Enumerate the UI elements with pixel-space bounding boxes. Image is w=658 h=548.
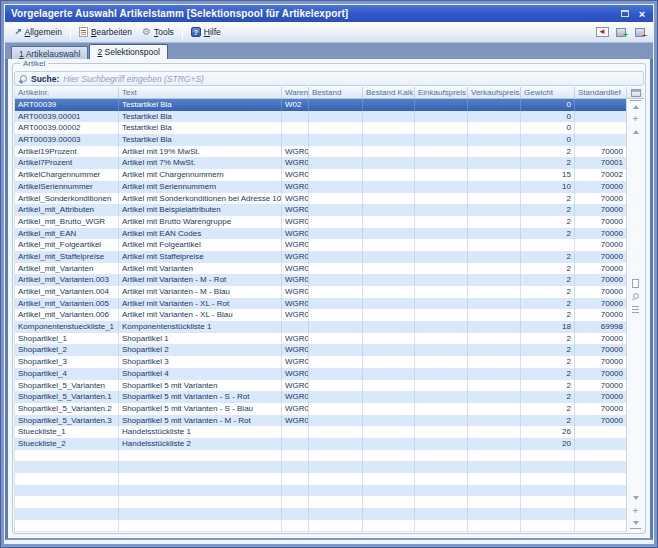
grid-header-cell[interactable]: Artikelnr. — [15, 87, 119, 98]
grid-cell: 70000 — [575, 181, 626, 193]
grid-row[interactable]: Shopartikel_5_Varianten.3Shopartikel 5 m… — [15, 415, 626, 427]
grid-row[interactable]: Shopartikel_5_VariantenShopartikel 5 mit… — [15, 380, 626, 392]
grid-row[interactable]: Stueckliste_2Handelsstückliste 220 — [15, 438, 626, 450]
grid-row[interactable]: Artikel_mit_Brutto_WGRArtikel mit Brutto… — [15, 216, 626, 228]
scroll-mid-markers — [627, 277, 644, 316]
grid-header-cell[interactable]: Standardlief — [575, 87, 626, 98]
grid-cell — [468, 274, 521, 286]
grid-row[interactable]: ART00039.00002Testartikel Bla0 — [15, 122, 626, 134]
grid-row[interactable] — [15, 531, 626, 532]
tab-selektionspool[interactable]: 2 Selektionspool — [89, 44, 167, 59]
grid-row[interactable]: Shopartikel_1Shopartikel 1WGR01270000 — [15, 333, 626, 345]
grid-cell — [363, 157, 415, 169]
grid-row[interactable]: Artikel_mit_Varianten.006Artikel mit Var… — [15, 309, 626, 321]
grid-row[interactable]: Artikel_mit_Varianten.005Artikel mit Var… — [15, 298, 626, 310]
tab-artikelauswahl[interactable]: 1 Artikelauswahl — [11, 46, 88, 59]
grid-header-cell[interactable]: Text — [119, 87, 282, 98]
grid-row[interactable]: ART00039Testartikel BlaW020 — [15, 99, 626, 111]
grid-row[interactable]: ArtikelChargennummerArtikel mit Chargenn… — [15, 169, 626, 181]
grid-header-cell[interactable]: Gewicht — [521, 87, 575, 98]
grid-row[interactable]: Shopartikel_5_Varianten.2Shopartikel 5 m… — [15, 403, 626, 415]
list-marker-icon[interactable] — [630, 304, 641, 315]
title-bar[interactable]: Vorgelagerte Auswahl Artikelstamm [Selek… — [5, 5, 653, 22]
close-button[interactable]: × — [635, 8, 649, 20]
grid-cell: WGR01 — [282, 333, 309, 345]
grid-header-cell[interactable]: Einkaufspreis — [415, 87, 468, 98]
grid-row[interactable] — [15, 450, 626, 462]
grid-header-cell[interactable]: Verkaufspreis — [468, 87, 521, 98]
grid-row[interactable]: Shopartikel_4Shopartikel 4WGR01270000 — [15, 368, 626, 380]
grid-row[interactable]: Artikel_mit_AttributenArtikel mit Beispi… — [15, 204, 626, 216]
page-marker-icon[interactable] — [630, 278, 641, 289]
grid-row[interactable] — [15, 461, 626, 473]
grid-row[interactable]: Artikel19ProzentArtikel mit 19% MwSt.WGR… — [15, 146, 626, 158]
search-bar[interactable]: Suche: — [14, 71, 644, 86]
grid-cell: 70000 — [575, 356, 626, 368]
grid-row[interactable] — [15, 520, 626, 532]
grid-row[interactable]: Artikel_mit_VariantenArtikel mit Variant… — [15, 263, 626, 275]
restore-button[interactable] — [618, 8, 632, 20]
menu-separator — [70, 26, 71, 39]
grid-cell — [415, 204, 468, 216]
column-chooser-button[interactable] — [627, 87, 644, 99]
grid-cell — [363, 450, 415, 462]
grid-row[interactable]: ArtikelSeriennummerArtikel mit Seriennum… — [15, 181, 626, 193]
grid-cell: WGR01 — [282, 391, 309, 403]
grid-row[interactable] — [15, 485, 626, 497]
grid-row[interactable]: Artikel_SonderkonditionenArtikel mit Son… — [15, 193, 626, 205]
grid-row[interactable]: ART00039.00003Testartikel Bla0 — [15, 134, 626, 146]
grid-cell: 0 — [521, 99, 575, 111]
scroll-to-top-icon[interactable] — [630, 100, 641, 111]
grid-cell: ART00039.00003 — [15, 134, 119, 146]
grid-header-cell[interactable]: Wareng — [282, 87, 309, 98]
scroll-add-bottom-icon[interactable]: + — [630, 505, 641, 516]
scroll-to-bottom-icon[interactable] — [630, 518, 641, 529]
grid-scroll-strip[interactable]: + + — [626, 87, 644, 532]
grid-cell — [415, 321, 468, 333]
grid-row[interactable]: Artikel_mit_Varianten.004Artikel mit Var… — [15, 286, 626, 298]
grid-cell: 70000 — [575, 298, 626, 310]
grid-header-cell[interactable]: Bestand Kalk. — [363, 87, 415, 98]
menu-bearbeiten[interactable]: Bearbeiten — [74, 25, 137, 39]
gear-icon: ⚙ — [142, 27, 151, 37]
scroll-add-marker-icon[interactable]: + — [630, 113, 641, 124]
scroll-down-icon[interactable] — [630, 492, 641, 503]
menu-hilfe[interactable]: ? Hilfe — [186, 25, 226, 39]
grid-cell — [282, 531, 309, 532]
grid-row[interactable]: Shopartikel_5_Varianten.1Shopartikel 5 m… — [15, 391, 626, 403]
artikel-groupbox: Artikel Suche: Artikelnr.TextWarengBesta… — [12, 63, 646, 534]
grid-cell — [468, 508, 521, 520]
grid-row[interactable]: Artikel_mit_FolgeartikelArtikel mit Folg… — [15, 239, 626, 251]
grid-row[interactable] — [15, 508, 626, 520]
search-input[interactable] — [63, 73, 639, 85]
grid-row[interactable]: Artikel_mit_EANArtikel mit EAN CodesWGR0… — [15, 228, 626, 240]
grid-cell: Handelsstückliste 2 — [119, 438, 282, 450]
grid-row[interactable]: Shopartikel_3Shopartikel 3WGR01270000 — [15, 356, 626, 368]
grid-row[interactable]: Artikel_mit_StaffelpreiseArtikel mit Sta… — [15, 251, 626, 263]
grid-row[interactable] — [15, 473, 626, 485]
grid-cell — [575, 520, 626, 532]
grid-cell: WGR01 — [282, 403, 309, 415]
menu-allgemein[interactable]: ↗ Allgemein — [9, 25, 67, 39]
remove-article-button[interactable]: – — [631, 24, 649, 40]
menu-tools[interactable]: ⚙ Tools — [137, 25, 179, 39]
scroll-up-icon[interactable] — [630, 126, 641, 137]
grid-row[interactable] — [15, 496, 626, 508]
grid-row[interactable]: Stueckliste_1Handelsstückliste 126 — [15, 426, 626, 438]
grid-cell: 2 — [521, 193, 575, 205]
grid-cell: WGR01 — [282, 239, 309, 251]
grid-cell — [309, 496, 363, 508]
grid-row[interactable]: ART00039.00001Testartikel Bla0 — [15, 111, 626, 123]
grid-cell: 10 — [521, 181, 575, 193]
grid-row[interactable]: Artikel_mit_Varianten.003Artikel mit Var… — [15, 274, 626, 286]
grid-row[interactable]: Artikel7ProzentArtikel mit 7% MwSt.WGR02… — [15, 157, 626, 169]
search-marker-icon[interactable] — [630, 291, 641, 302]
grid-row[interactable]: Komponentenstueckliste_1Komponentenstück… — [15, 321, 626, 333]
search-icon — [19, 75, 27, 83]
restore-icon — [621, 10, 629, 17]
add-article-button[interactable]: + — [612, 24, 630, 40]
grid-cell: 70000 — [575, 380, 626, 392]
grid-header-cell[interactable]: Bestand — [309, 87, 363, 98]
grid-row[interactable]: Shopartikel_2Shopartikel 2WGR01270000 — [15, 344, 626, 356]
export-selection-button[interactable]: ◄ — [593, 24, 611, 40]
